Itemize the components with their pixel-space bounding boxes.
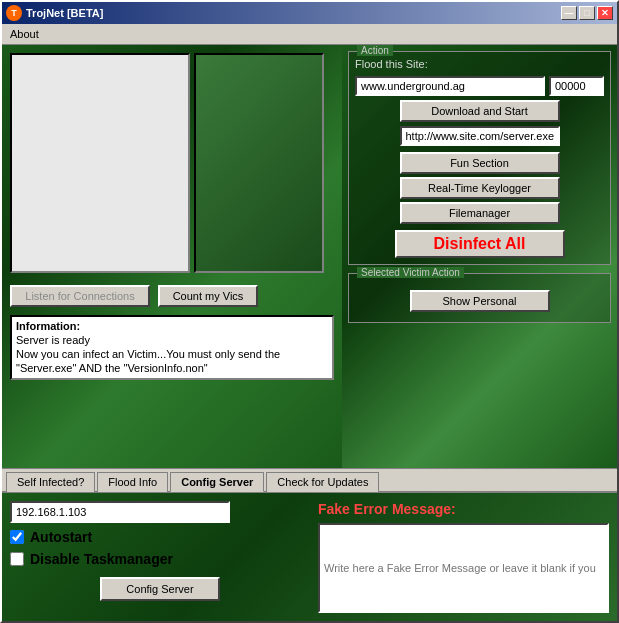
disable-taskmanager-label: Disable Taskmanager bbox=[30, 551, 173, 567]
maximize-button[interactable]: □ bbox=[579, 6, 595, 20]
flood-url-input[interactable] bbox=[355, 76, 545, 96]
app-icon: T bbox=[6, 5, 22, 21]
close-button[interactable]: ✕ bbox=[597, 6, 613, 20]
victim-action-group: Selected Victim Action Show Personal bbox=[348, 273, 611, 323]
action-group: Action Flood this Site: Download and Sta… bbox=[348, 51, 611, 265]
minimize-button[interactable]: — bbox=[561, 6, 577, 20]
config-left: Autostart Disable Taskmanager Config Ser… bbox=[10, 501, 310, 613]
victim-list-box-right bbox=[194, 53, 324, 273]
filemanager-button[interactable]: Filemanager bbox=[400, 202, 560, 224]
fake-error-label: Fake Error Message: bbox=[318, 501, 609, 517]
flood-row: Flood this Site: bbox=[355, 58, 604, 70]
title-bar: T TrojNet [BETA] — □ ✕ bbox=[2, 2, 617, 24]
tab-self-infected[interactable]: Self Infected? bbox=[6, 472, 95, 492]
tab-bar: Self Infected? Flood Info Config Server … bbox=[2, 468, 617, 491]
flood-port-input[interactable] bbox=[549, 76, 604, 96]
count-vics-button[interactable]: Count my Vics bbox=[158, 285, 258, 307]
action-buttons-group: Fun Section Real-Time Keylogger Filemana… bbox=[355, 152, 604, 224]
keylogger-button[interactable]: Real-Time Keylogger bbox=[400, 177, 560, 199]
info-section: Information: Server is ready Now you can… bbox=[2, 315, 342, 468]
ip-input[interactable] bbox=[10, 501, 230, 523]
victim-list-box-left[interactable] bbox=[10, 53, 190, 273]
listen-connections-button[interactable]: Listen for Connections bbox=[10, 285, 150, 307]
tab-config-server[interactable]: Config Server bbox=[170, 472, 264, 492]
autostart-label: Autostart bbox=[30, 529, 92, 545]
tab-flood-info[interactable]: Flood Info bbox=[97, 472, 168, 492]
config-server-button[interactable]: Config Server bbox=[100, 577, 220, 601]
disinfect-all-button[interactable]: Disinfect All bbox=[395, 230, 565, 258]
info-label: Information: bbox=[16, 319, 328, 333]
config-panel: Autostart Disable Taskmanager Config Ser… bbox=[2, 491, 617, 621]
download-start-button[interactable]: Download and Start bbox=[400, 100, 560, 122]
right-panel: Action Flood this Site: Download and Sta… bbox=[342, 45, 617, 468]
info-area: Information: Server is ready Now you can… bbox=[10, 315, 334, 380]
action-group-label: Action bbox=[357, 45, 393, 56]
info-line-1: Server is ready bbox=[16, 333, 328, 347]
fake-error-input[interactable] bbox=[318, 523, 609, 613]
disable-taskmanager-row: Disable Taskmanager bbox=[10, 551, 310, 567]
tab-check-updates[interactable]: Check for Updates bbox=[266, 472, 379, 492]
title-bar-buttons: — □ ✕ bbox=[561, 6, 613, 20]
info-line-3: You are listening for Connections bbox=[16, 375, 328, 380]
bottom-section: Self Infected? Flood Info Config Server … bbox=[2, 468, 617, 621]
url-port-row bbox=[355, 76, 604, 96]
victim-list-area bbox=[2, 45, 342, 281]
info-line-2: Now you can infect an Victim...You must … bbox=[16, 347, 328, 375]
fun-section-button[interactable]: Fun Section bbox=[400, 152, 560, 174]
victim-action-label: Selected Victim Action bbox=[357, 267, 464, 278]
disable-taskmanager-checkbox[interactable] bbox=[10, 552, 24, 566]
config-right: Fake Error Message: bbox=[318, 501, 609, 613]
menu-item-about[interactable]: About bbox=[2, 26, 47, 42]
left-panel: Listen for Connections Count my Vics Inf… bbox=[2, 45, 342, 468]
autostart-row: Autostart bbox=[10, 529, 310, 545]
flood-label: Flood this Site: bbox=[355, 58, 428, 70]
autostart-checkbox[interactable] bbox=[10, 530, 24, 544]
main-window: T TrojNet [BETA] — □ ✕ About Listen for … bbox=[0, 0, 619, 623]
menu-bar: About bbox=[2, 24, 617, 45]
server-url-input[interactable] bbox=[400, 126, 560, 146]
bottom-action-buttons: Listen for Connections Count my Vics bbox=[2, 281, 342, 315]
window-title: TrojNet [BETA] bbox=[26, 7, 561, 19]
main-content: Listen for Connections Count my Vics Inf… bbox=[2, 45, 617, 468]
show-personal-button[interactable]: Show Personal bbox=[410, 290, 550, 312]
